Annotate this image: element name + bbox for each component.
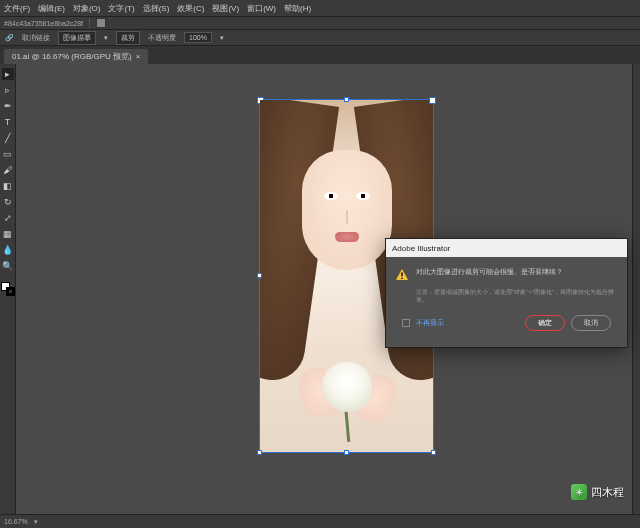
menubar: 文件(F) 编辑(E) 对象(O) 文字(T) 选择(S) 效果(C) 视图(V… bbox=[0, 0, 640, 16]
zoom-tool[interactable]: 🔍 bbox=[2, 260, 14, 272]
rotate-tool[interactable]: ↻ bbox=[2, 196, 14, 208]
menu-type[interactable]: 文字(T) bbox=[108, 3, 134, 14]
color-swatch[interactable] bbox=[96, 18, 106, 28]
document-tabs: 01.ai @ 16.67% (RGB/GPU 预览) × bbox=[0, 46, 640, 64]
selection-tool[interactable]: ▸ bbox=[2, 68, 14, 80]
eyedropper-tool[interactable]: 💧 bbox=[2, 244, 14, 256]
rectangle-tool[interactable]: ▭ bbox=[2, 148, 14, 160]
dialog-titlebar: Adobe Illustrator bbox=[386, 239, 627, 257]
menu-view[interactable]: 视图(V) bbox=[212, 3, 239, 14]
crop-button[interactable]: 裁剪 bbox=[116, 31, 140, 45]
right-panel-dock[interactable] bbox=[632, 64, 640, 514]
image-trace-button[interactable]: 图像描摹 bbox=[58, 31, 96, 45]
tab-label: 01.ai @ 16.67% (RGB/GPU 预览) bbox=[12, 51, 132, 62]
brush-tool[interactable]: 🖌 bbox=[2, 164, 14, 176]
chevron-down-icon[interactable]: ▾ bbox=[34, 518, 38, 526]
property-bar: #84c43a73581e8ba2c28f bbox=[0, 16, 640, 30]
image-hex: #84c43a73581e8ba2c28f bbox=[4, 20, 83, 27]
tool-panel: ▸ ▹ ✒ T ╱ ▭ 🖌 ◧ ↻ ⤢ ▦ 💧 🔍 bbox=[0, 64, 16, 514]
warning-icon bbox=[394, 267, 410, 283]
zoom-level[interactable]: 16.67% bbox=[4, 518, 28, 525]
gradient-tool[interactable]: ▦ bbox=[2, 228, 14, 240]
cancel-button[interactable]: 取消 bbox=[571, 315, 611, 331]
ok-button[interactable]: 确定 bbox=[525, 315, 565, 331]
wechat-icon: ✳ bbox=[571, 484, 587, 500]
statusbar: 16.67% ▾ bbox=[0, 514, 640, 528]
document-tab[interactable]: 01.ai @ 16.67% (RGB/GPU 预览) × bbox=[4, 49, 148, 64]
link-icon[interactable]: 🔗 bbox=[4, 33, 14, 43]
menu-edit[interactable]: 编辑(E) bbox=[38, 3, 65, 14]
menu-select[interactable]: 选择(S) bbox=[143, 3, 170, 14]
watermark: ✳ 四木程 bbox=[571, 484, 624, 500]
resize-handle[interactable] bbox=[257, 450, 262, 455]
resize-handle[interactable] bbox=[344, 450, 349, 455]
fill-stroke-control[interactable] bbox=[1, 282, 15, 296]
eraser-tool[interactable]: ◧ bbox=[2, 180, 14, 192]
separator bbox=[89, 18, 90, 28]
stroke-swatch[interactable] bbox=[6, 287, 15, 296]
type-tool[interactable]: T bbox=[2, 116, 14, 128]
line-tool[interactable]: ╱ bbox=[2, 132, 14, 144]
scale-tool[interactable]: ⤢ bbox=[2, 212, 14, 224]
menu-object[interactable]: 对象(O) bbox=[73, 3, 101, 14]
options-bar: 🔗 取消链接 图像描摹 ▾ 裁剪 不透明度 100% ▾ bbox=[0, 30, 640, 46]
dont-show-label: 不再显示 bbox=[416, 318, 444, 328]
opacity-value[interactable]: 100% bbox=[184, 32, 212, 43]
resize-handle[interactable] bbox=[344, 97, 349, 102]
menu-file[interactable]: 文件(F) bbox=[4, 3, 30, 14]
pen-tool[interactable]: ✒ bbox=[2, 100, 14, 112]
warning-dialog: Adobe Illustrator 对此大图像进行裁剪可能会很慢。是否要继续？ … bbox=[385, 238, 628, 348]
svg-rect-1 bbox=[401, 278, 402, 279]
watermark-text: 四木程 bbox=[591, 485, 624, 500]
svg-rect-0 bbox=[401, 272, 402, 276]
opacity-label: 不透明度 bbox=[148, 33, 176, 43]
close-icon[interactable]: × bbox=[136, 52, 141, 61]
menu-effect[interactable]: 效果(C) bbox=[177, 3, 204, 14]
resize-handle[interactable] bbox=[431, 450, 436, 455]
resize-handle[interactable] bbox=[257, 273, 262, 278]
direct-selection-tool[interactable]: ▹ bbox=[2, 84, 14, 96]
dialog-message: 对此大图像进行裁剪可能会很慢。是否要继续？ bbox=[416, 267, 563, 283]
menu-help[interactable]: 帮助(H) bbox=[284, 3, 311, 14]
chevron-down-icon[interactable]: ▾ bbox=[104, 34, 108, 42]
dialog-note: 注意：若要缩减图像的大小，请使用"对象">"图像化"，将图像转化为低分辨率。 bbox=[416, 289, 619, 305]
unlink-button[interactable]: 取消链接 bbox=[22, 33, 50, 43]
chevron-down-icon[interactable]: ▾ bbox=[220, 34, 224, 42]
menu-window[interactable]: 窗口(W) bbox=[247, 3, 276, 14]
dont-show-checkbox[interactable] bbox=[402, 319, 410, 327]
